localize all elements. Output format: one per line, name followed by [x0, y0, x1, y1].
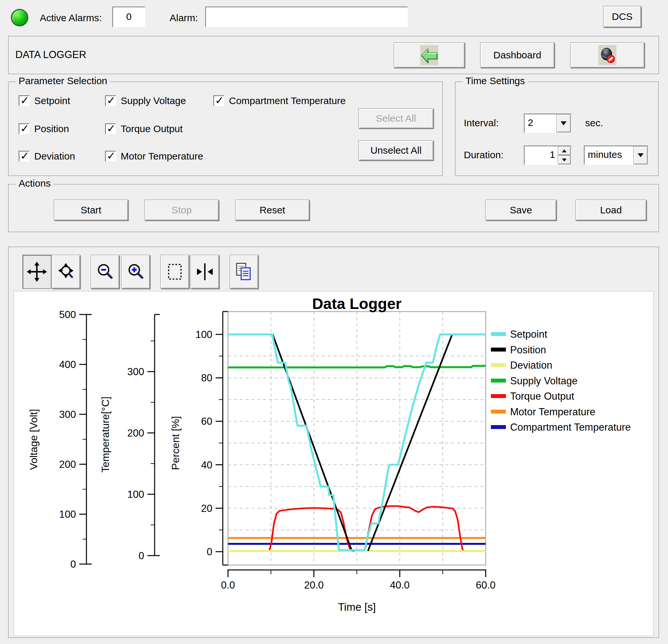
zoom-in-icon [125, 261, 146, 282]
actions-group: Actions Start Stop Reset Save Load [8, 184, 659, 232]
zoom-dynamic-tool-button[interactable] [51, 255, 80, 289]
legend-swatch-torque-output [491, 394, 506, 398]
copy-tool-button[interactable] [230, 255, 258, 289]
disconnect-button[interactable] [570, 42, 644, 68]
interval-label: Interval: [464, 117, 499, 129]
zoom-dynamic-icon [56, 261, 76, 282]
checkbox-position-label: Position [34, 123, 69, 134]
fit-width-tool-button[interactable] [191, 255, 219, 289]
back-button[interactable] [394, 42, 465, 68]
duration-unit-dropdown-icon[interactable] [634, 146, 648, 164]
svg-text:60: 60 [201, 416, 212, 427]
time-settings-title: Time Settings [463, 75, 528, 87]
checkbox-compartment-temperature[interactable] [213, 95, 224, 106]
stop-button[interactable]: Stop [145, 200, 219, 221]
status-ok-icon [11, 9, 28, 26]
actions-title: Actions [16, 178, 53, 189]
chart-panel: 0100200300400500Voltage [Volt]0100200300… [8, 246, 659, 638]
page-title: DATA LOGGER [15, 49, 87, 61]
checkbox-deviation[interactable] [19, 151, 30, 162]
checkbox-compartment-temperature-label: Compartment Temperature [229, 95, 346, 106]
y-axis-percent: 020406080100Percent [%] [170, 312, 228, 565]
checkbox-position[interactable] [19, 123, 30, 134]
duration-unit-value: minutes [584, 146, 634, 164]
svg-text:0.0: 0.0 [221, 580, 235, 591]
chart-legend: SetpointPositionDeviationSupply VoltageT… [491, 329, 631, 433]
checkbox-deviation-label: Deviation [34, 151, 75, 162]
unselect-all-button[interactable]: Unselect All [359, 140, 434, 161]
active-alarms-label: Active Alarms: [40, 12, 102, 24]
svg-text:300: 300 [59, 409, 76, 420]
y-axis-temperature: 0100200300Temperature[°C] [100, 314, 160, 561]
checkbox-torque-output[interactable] [105, 123, 116, 134]
legend-label: Deviation [510, 360, 552, 371]
duration-label: Duration: [464, 149, 504, 161]
legend-swatch-supply-voltage [491, 379, 506, 383]
dcs-button[interactable]: DCS [603, 6, 641, 27]
svg-text:400: 400 [59, 359, 76, 370]
parameter-selection-title: Parameter Selection [16, 75, 110, 87]
header-bar: DATA LOGGER Dashboard [8, 36, 659, 74]
data-logger-chart[interactable]: 0100200300400500Voltage [Volt]0100200300… [14, 291, 653, 635]
alarm-label: Alarm: [170, 12, 198, 24]
checkbox-supply-voltage[interactable] [105, 95, 116, 106]
x-axis: 0.020.040.060.0Time [s] [221, 570, 496, 613]
svg-text:Temperature[°C]: Temperature[°C] [100, 396, 111, 473]
svg-text:0: 0 [207, 546, 212, 557]
save-button[interactable]: Save [485, 200, 557, 221]
alarm-message-field [205, 6, 408, 27]
start-button[interactable]: Start [54, 200, 128, 221]
chart-title: Data Logger [312, 295, 401, 312]
active-alarms-value: 0 [113, 7, 145, 22]
svg-text:100: 100 [59, 509, 76, 520]
legend-label: Torque Output [510, 390, 574, 402]
legend-label: Supply Voltage [510, 375, 578, 387]
dashboard-button[interactable]: Dashboard [480, 42, 555, 68]
disconnect-icon [596, 45, 619, 65]
svg-text:100: 100 [195, 329, 212, 340]
svg-text:20: 20 [201, 503, 212, 514]
duration-unit-select[interactable]: minutes [584, 146, 649, 165]
svg-text:100: 100 [127, 489, 144, 500]
data-logger-window: Active Alarms: 0 Alarm: DCS DATA LOGGER … [0, 0, 668, 644]
zoom-out-icon [95, 261, 115, 282]
duration-spin-down-icon[interactable] [558, 155, 571, 164]
interval-dropdown-icon[interactable] [557, 114, 571, 133]
duration-spin-up-icon[interactable] [558, 146, 571, 155]
legend-label: Compartment Temperature [510, 421, 631, 433]
svg-text:Percent [%]: Percent [%] [170, 416, 181, 470]
duration-stepper[interactable]: 1 [524, 146, 572, 165]
select-all-button[interactable]: Select All [359, 108, 434, 129]
zoom-box-tool-button[interactable] [161, 255, 189, 289]
fit-width-icon [195, 261, 215, 282]
legend-label: Motor Temperature [510, 406, 595, 418]
alarm-message-value [206, 7, 407, 11]
load-button[interactable]: Load [575, 200, 647, 221]
svg-text:0: 0 [139, 550, 144, 561]
pan-icon [27, 261, 47, 282]
legend-swatch-position [491, 348, 506, 352]
interval-select[interactable]: 2 [524, 114, 572, 133]
checkbox-motor-temperature-label: Motor Temperature [121, 151, 203, 162]
back-arrow-icon [418, 45, 441, 65]
checkbox-setpoint-label: Setpoint [34, 95, 70, 106]
svg-text:40: 40 [201, 459, 212, 471]
pan-tool-button[interactable] [22, 255, 51, 289]
checkbox-setpoint[interactable] [19, 95, 30, 106]
svg-text:60.0: 60.0 [476, 580, 496, 591]
reset-button[interactable]: Reset [235, 200, 309, 221]
interval-value: 2 [525, 114, 557, 133]
parameter-selection-group: Parameter Selection Setpoint Position De… [8, 81, 443, 176]
svg-text:300: 300 [127, 366, 144, 377]
checkbox-torque-output-label: Torque Output [121, 123, 183, 134]
y-axis-voltage: 0100200300400500Voltage [Volt] [28, 309, 92, 570]
interval-unit-label: sec. [585, 117, 603, 129]
zoom-box-icon [165, 261, 185, 282]
x-axis-title: Time [s] [338, 601, 376, 613]
time-settings-group: Time Settings Interval: 2 sec. Duration:… [455, 81, 659, 176]
svg-text:20.0: 20.0 [304, 580, 323, 591]
zoom-in-tool-button[interactable] [121, 255, 150, 289]
legend-swatch-compartment-temperature [491, 425, 506, 429]
checkbox-motor-temperature[interactable] [105, 151, 116, 162]
zoom-out-tool-button[interactable] [91, 255, 119, 289]
